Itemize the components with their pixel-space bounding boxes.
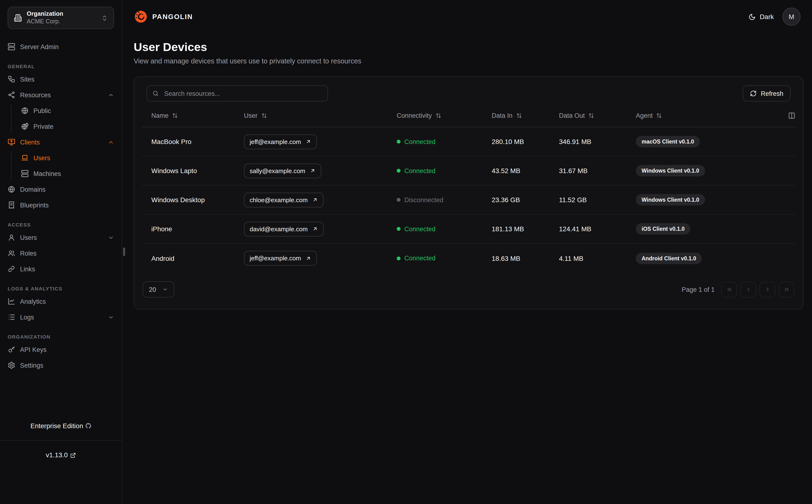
columns-icon [788,112,795,119]
column-header-user[interactable]: User [244,112,397,119]
user-email: sally@example.com [250,167,305,175]
sidebar-item-label: Public [33,107,51,114]
org-selector-text: Organization ACME Corp. [27,10,96,26]
column-header-agent[interactable]: Agent [636,112,776,119]
brand[interactable]: PANGOLIN [134,10,193,24]
laptop-icon [21,154,29,162]
list-icon [8,313,15,321]
sidebar-item-label: Resources [20,91,51,98]
page-header: User Devices View and manage devices tha… [122,33,812,65]
sidebar-item-label: Sites [20,76,34,83]
version-link[interactable]: v1.13.0 [0,441,122,470]
sidebar-item-label: Roles [20,250,36,257]
sidebar-item-roles[interactable]: Roles [8,247,114,259]
sidebar-item-links[interactable]: Links [8,263,114,275]
user-link-button[interactable]: david@example.com [244,222,323,237]
globe-icon [8,185,15,193]
column-header-tools [776,112,795,119]
pangolin-logo-icon [134,10,148,24]
version-label: v1.13.0 [46,449,68,461]
first-page-button[interactable] [721,282,737,298]
sidebar-item-label: Blueprints [20,201,49,209]
avatar[interactable]: M [782,8,801,26]
last-page-button[interactable] [779,282,794,298]
resources-subgroup: Public Private [11,104,114,133]
refresh-button[interactable]: Refresh [743,86,791,102]
device-name: Windows Lapto [142,167,244,175]
arrow-up-right-icon [310,168,315,174]
sidebar-item-label: Settings [20,362,43,369]
sidebar-item-api-keys[interactable]: API Keys [8,343,114,356]
sidebar-item-server-admin[interactable]: Server Admin [8,41,114,53]
app-window: Organization ACME Corp. Server Admin GEN… [0,0,812,504]
user-link-button[interactable]: jeff@example.com [244,134,317,149]
next-page-button[interactable] [760,282,775,298]
sidebar-item-analytics[interactable]: Analytics [8,295,114,308]
previous-page-button[interactable] [740,282,756,298]
sidebar-item-label: Links [20,265,35,273]
data-out-value: 124.41 MB [559,225,636,233]
page-buttons [721,282,794,298]
theme-toggle[interactable]: Dark [749,13,774,21]
org-selector[interactable]: Organization ACME Corp. [8,7,114,29]
section-title-access: ACCESS [8,222,114,227]
agent-badge: iOS Client v0.1.0 [636,223,690,235]
column-label: Connectivity [397,112,432,119]
sidebar-item-label: Clients [20,139,40,146]
sidebar-item-domains[interactable]: Domains [8,183,114,195]
agent-badge: Windows Client v0.1.0 [636,165,705,177]
data-out-value: 346.91 MB [559,138,636,146]
sidebar-item-sites[interactable]: Sites [8,73,114,85]
user-email: jeff@example.com [250,255,301,262]
avatar-initial: M [789,13,794,21]
sidebar: Organization ACME Corp. Server Admin GEN… [0,0,122,504]
sidebar-item-private[interactable]: Private [21,120,114,133]
status-label: Connected [404,226,436,233]
sidebar-item-public[interactable]: Public [21,104,114,117]
resources-icon [8,91,15,99]
table-header-row: Name User Connectivity Data In [142,105,795,128]
data-in-value: 181.13 MB [492,225,559,233]
section-title-general: GENERAL [8,63,114,69]
sidebar-item-machines[interactable]: Machines [21,167,114,180]
clients-subgroup: Users Machines [11,152,114,180]
search-input[interactable] [163,90,322,98]
column-header-connectivity[interactable]: Connectivity [397,112,492,119]
table-row: Windows Lapto sally@example.com Connecte… [142,157,795,186]
user-link-button[interactable]: jeff@example.com [244,251,317,266]
sidebar-item-clients[interactable]: Clients [8,136,114,148]
sort-icon [172,113,178,119]
sidebar-item-blueprints[interactable]: Blueprints [8,199,114,211]
chevron-right-icon [764,286,771,293]
connectivity-status: Connected [397,138,492,145]
sidebar-item-resources[interactable]: Resources [8,89,114,101]
toggle-columns-button[interactable] [788,112,795,119]
brand-name: PANGOLIN [152,13,193,21]
column-header-data-in[interactable]: Data In [492,112,559,119]
status-dot [397,227,401,231]
sidebar-item-label: API Keys [20,346,47,353]
table-row: Windows Desktop chloe@example.com Discon… [142,186,795,215]
chevron-down-icon [108,314,114,320]
sidebar-item-users[interactable]: Users [8,231,114,244]
sidebar-item-label: Machines [33,170,61,177]
sidebar-item-client-users[interactable]: Users [21,152,114,164]
sidebar-resize-handle[interactable] [123,247,125,256]
column-header-name[interactable]: Name [142,112,244,119]
sidebar-item-label: Domains [20,186,46,193]
sites-icon [8,75,15,83]
arrow-up-right-icon [312,226,318,232]
external-link-icon [70,452,76,458]
user-link-button[interactable]: sally@example.com [244,164,321,178]
main-content: PANGOLIN Dark M User Devices View and ma… [122,0,812,504]
sidebar-item-logs[interactable]: Logs [8,311,114,323]
status-dot [397,169,401,173]
edition-link[interactable]: Enterprise Edition [0,411,122,441]
users-icon [8,249,15,257]
topbar-controls: Dark M [749,8,801,26]
page-size-select[interactable]: 20 [143,282,174,298]
column-header-data-out[interactable]: Data Out [559,112,636,119]
sidebar-item-settings[interactable]: Settings [8,359,114,371]
user-link-button[interactable]: chloe@example.com [244,193,323,207]
chevrons-right-icon [783,286,790,293]
